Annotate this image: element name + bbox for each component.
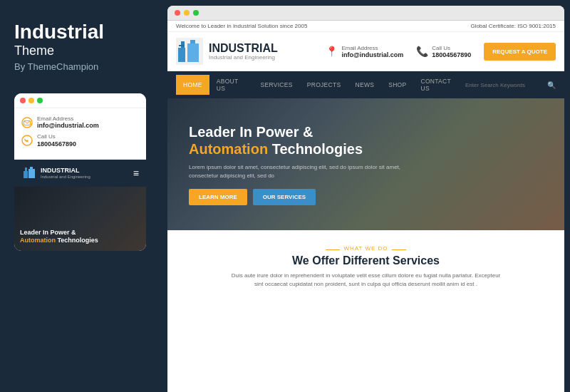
services-title: We Offer Different Services — [176, 254, 556, 267]
mobile-nav-bar: INDUSTRIAL Industrial and Engineering ≡ — [14, 160, 146, 187]
mobile-logo: INDUSTRIAL Industrial and Engineering — [21, 165, 90, 181]
mobile-email-row: Email Address info@industrial.com — [21, 115, 139, 130]
phone-icon — [21, 135, 33, 146]
brand-subtitle: Theme — [14, 43, 153, 58]
brand-author: By ThemeChampion — [14, 61, 153, 72]
header-phone: 📞 Call Us 18004567890 — [416, 45, 471, 58]
mobile-phone-value: 18004567890 — [37, 140, 76, 148]
desktop-topbar: Welcome to Leader in Industrial Solution… — [167, 21, 564, 32]
search-input[interactable] — [465, 82, 544, 88]
hero-highlight: Automation — [189, 141, 268, 157]
services-line-left — [326, 249, 340, 250]
svg-rect-10 — [187, 43, 199, 62]
mobile-logo-icon — [21, 165, 37, 181]
desktop-browser-bar — [167, 6, 564, 21]
svg-rect-6 — [25, 167, 27, 171]
mobile-email-value: info@industrial.com — [37, 122, 99, 129]
svg-rect-13 — [179, 45, 185, 46]
hamburger-icon[interactable]: ≡ — [133, 167, 139, 179]
desktop-hero: Leader In Power & Automation Technologie… — [167, 98, 564, 230]
brand-title: Industrial — [14, 21, 153, 43]
svg-rect-11 — [181, 41, 185, 48]
nav-search: 🔍 — [465, 81, 556, 89]
nav-home[interactable]: HOME — [176, 75, 209, 95]
our-services-button[interactable]: OUR SERVICES — [253, 189, 316, 205]
nav-shop[interactable]: SHOP — [381, 75, 413, 95]
svg-rect-5 — [28, 169, 35, 178]
nav-news[interactable]: NEWS — [348, 75, 381, 95]
topbar-left-text: Welcome to Leader in Industrial Solution… — [176, 23, 307, 29]
browser-dot-green — [193, 10, 199, 16]
mobile-phone-label: Call Us — [37, 133, 76, 140]
header-email-label: Email Address — [341, 45, 403, 51]
services-section: WHAT WE DO We Offer Different Services D… — [167, 230, 564, 392]
desktop-logo-text: INDUSTRIAL — [209, 43, 278, 54]
dot-red — [20, 98, 26, 103]
learn-more-button[interactable]: LEARN MORE — [189, 189, 247, 205]
topbar-right-text: Global Certificate: ISO 9001:2015 — [470, 23, 556, 29]
hero-title: Leader In Power & Automation Technologie… — [189, 123, 431, 158]
svg-rect-4 — [24, 171, 28, 178]
request-quote-button[interactable]: REQUEST A QUOTE — [484, 43, 556, 61]
header-phone-icon: 📞 — [416, 46, 428, 57]
search-icon[interactable]: 🔍 — [547, 81, 556, 89]
mobile-phone-row: Call Us 18004567890 — [21, 133, 139, 148]
nav-services[interactable]: SERVICES — [253, 75, 299, 95]
svg-rect-12 — [190, 40, 195, 43]
mobile-contact-section: Email Address info@industrial.com Call U… — [14, 108, 146, 160]
mobile-logo-text: INDUSTRIAL — [41, 167, 90, 175]
services-desc: Duis aute irure dolor in reprehenderit i… — [231, 272, 502, 289]
dot-green — [37, 98, 43, 103]
nav-projects[interactable]: PROJECTS — [300, 75, 348, 95]
mobile-hero: Leader In Power & Automation Technologie… — [14, 187, 146, 251]
services-label-line: WHAT WE DO — [326, 245, 405, 254]
services-label: WHAT WE DO — [343, 245, 388, 252]
hero-buttons: LEARN MORE OUR SERVICES — [189, 189, 431, 205]
svg-rect-9 — [178, 48, 185, 62]
right-panel: Welcome to Leader in Industrial Solution… — [167, 6, 564, 392]
nav-about[interactable]: ABOUT US — [209, 71, 254, 98]
left-panel: Industrial Theme By ThemeChampion Email … — [0, 0, 167, 392]
nav-links: HOME ABOUT US SERVICES PROJECTS NEWS SHO… — [176, 71, 465, 98]
mobile-browser-bar — [14, 93, 146, 108]
svg-rect-7 — [30, 167, 33, 169]
browser-dot-yellow — [184, 10, 190, 16]
hero-desc: Lorem ipsum dolor sit amet, consectetur … — [189, 163, 431, 180]
header-email-value: info@industrial.com — [341, 51, 403, 58]
desktop-header: INDUSTRIAL Industrial and Engineering 📍 … — [167, 32, 564, 71]
desktop-logo-sub: Industrial and Engineering — [209, 54, 278, 61]
browser-dot-red — [175, 10, 180, 16]
mobile-logo-sub: Industrial and Engineering — [41, 175, 90, 179]
header-contacts: 📍 Email Address info@industrial.com 📞 Ca… — [326, 43, 556, 61]
header-email-icon: 📍 — [326, 46, 338, 57]
services-line-right — [392, 249, 406, 250]
mobile-hero-highlight: Automation — [20, 237, 56, 244]
hero-content: Leader In Power & Automation Technologie… — [189, 123, 431, 205]
desktop-logo: INDUSTRIAL Industrial and Engineering — [176, 38, 278, 65]
header-phone-label: Call Us — [432, 45, 471, 51]
email-icon — [21, 117, 33, 128]
desktop-nav: HOME ABOUT US SERVICES PROJECTS NEWS SHO… — [167, 71, 564, 98]
mobile-email-label: Email Address — [37, 115, 99, 123]
mobile-hero-title: Leader In Power & Automation Technologie… — [20, 229, 140, 245]
header-phone-value: 18004567890 — [432, 51, 471, 58]
header-email: 📍 Email Address info@industrial.com — [326, 45, 403, 58]
nav-contact[interactable]: CONTACT US — [413, 71, 465, 98]
desktop-logo-icon — [176, 38, 203, 65]
dot-yellow — [28, 98, 34, 103]
mobile-preview: Email Address info@industrial.com Call U… — [14, 93, 146, 251]
